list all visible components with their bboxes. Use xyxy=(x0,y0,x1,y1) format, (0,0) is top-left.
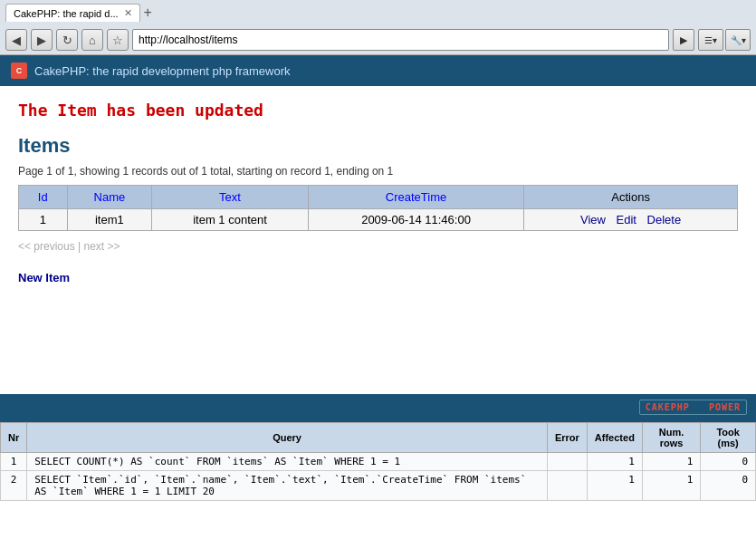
table-row: 1 item1 item 1 content 2009-06-14 11:46:… xyxy=(19,209,738,231)
debug-cell-numrows-1: 1 xyxy=(642,453,700,471)
back-button[interactable]: ◀ xyxy=(5,29,27,51)
browser-chrome: CakePHP: the rapid d... ✕ + ◀ ▶ ↻ ⌂ ☆ ▶ … xyxy=(0,0,756,55)
pagination-nav: << previous | next >> xyxy=(18,240,738,253)
col-name-link[interactable]: Name xyxy=(94,190,126,204)
pagination-info: Page 1 of 1, showing 1 records out of 1 … xyxy=(18,165,738,178)
col-text-link[interactable]: Text xyxy=(219,190,241,204)
menu-buttons: ☰▾ 🔧▾ xyxy=(698,29,751,51)
page-content: The Item has been updated Items Page 1 o… xyxy=(0,86,756,394)
go-button[interactable]: ▶ xyxy=(673,29,694,51)
address-bar[interactable] xyxy=(132,29,669,51)
cell-createtime: 2009-06-14 11:46:00 xyxy=(308,209,523,231)
edit-link[interactable]: Edit xyxy=(617,213,636,226)
bookmark-menu-button[interactable]: ☰▾ xyxy=(698,29,723,51)
debug-col-numrows: Num. rows xyxy=(642,423,700,453)
items-table: Id Name Text CreateTime Actions 1 item1 … xyxy=(18,185,738,231)
debug-cell-error-1 xyxy=(547,453,587,471)
col-text: Text xyxy=(152,186,309,209)
table-header-row: Id Name Text CreateTime Actions xyxy=(19,186,738,209)
badge-power: POWER xyxy=(709,402,741,412)
debug-cell-numrows-2: 1 xyxy=(642,471,700,501)
debug-section: Nr Query Error Affected Num. rows Took (… xyxy=(0,420,756,501)
debug-col-affected: Affected xyxy=(587,423,642,453)
tab-title: CakePHP: the rapid d... xyxy=(14,8,119,19)
delete-link[interactable]: Delete xyxy=(647,213,682,226)
debug-col-nr: Nr xyxy=(1,423,27,453)
browser-tab[interactable]: CakePHP: the rapid d... ✕ xyxy=(5,4,140,22)
cell-id: 1 xyxy=(19,209,68,231)
prev-link-text: << previous xyxy=(18,240,75,253)
tools-menu-button[interactable]: 🔧▾ xyxy=(725,29,751,51)
debug-col-error: Error xyxy=(547,423,587,453)
debug-row-1: 1 SELECT COUNT(*) AS `count` FROM `items… xyxy=(1,453,756,471)
col-id-link[interactable]: Id xyxy=(38,190,48,204)
nav-bar: ◀ ▶ ↻ ⌂ ☆ ▶ ☰▾ 🔧▾ xyxy=(0,25,756,54)
debug-cell-query-2: SELECT `Item`.`id`, `Item`.`name`, `Item… xyxy=(27,471,548,501)
cakephp-badge: CAKEPHP POWER xyxy=(639,400,747,415)
debug-cell-affected-1: 1 xyxy=(587,453,642,471)
badge-text: CAKEPHP xyxy=(646,402,690,412)
section-title: Items xyxy=(18,134,738,158)
star-button[interactable]: ☆ xyxy=(107,29,129,51)
title-bar: CakePHP: the rapid d... ✕ + xyxy=(0,0,756,25)
debug-col-query: Query xyxy=(27,423,548,453)
new-tab-button[interactable]: + xyxy=(140,5,156,21)
cakephp-icon: C xyxy=(11,63,27,79)
col-createtime: CreateTime xyxy=(308,186,523,209)
next-link-text: next >> xyxy=(84,240,120,253)
col-name: Name xyxy=(67,186,152,209)
tab-close-icon[interactable]: ✕ xyxy=(124,7,132,19)
col-actions: Actions xyxy=(524,186,738,209)
app-header-title: CakePHP: the rapid development php frame… xyxy=(34,64,291,78)
view-link[interactable]: View xyxy=(580,213,606,226)
debug-row-2: 2 SELECT `Item`.`id`, `Item`.`name`, `It… xyxy=(1,471,756,501)
debug-cell-took-2: 0 xyxy=(701,471,756,501)
debug-cell-error-2 xyxy=(547,471,587,501)
forward-button[interactable]: ▶ xyxy=(31,29,53,51)
debug-panel-header: CAKEPHP POWER xyxy=(0,394,756,420)
debug-cell-took-1: 0 xyxy=(701,453,756,471)
success-message: The Item has been updated xyxy=(18,101,738,120)
debug-cell-nr-1: 1 xyxy=(1,453,27,471)
debug-table: Nr Query Error Affected Num. rows Took (… xyxy=(0,422,756,501)
home-button[interactable]: ⌂ xyxy=(81,29,103,51)
cell-name: item1 xyxy=(67,209,152,231)
debug-header-row: Nr Query Error Affected Num. rows Took (… xyxy=(1,423,756,453)
reload-button[interactable]: ↻ xyxy=(56,29,78,51)
col-createtime-link[interactable]: CreateTime xyxy=(386,190,446,204)
debug-cell-affected-2: 1 xyxy=(587,471,642,501)
cell-actions: View Edit Delete xyxy=(524,209,738,231)
debug-col-took: Took (ms) xyxy=(701,423,756,453)
debug-cell-nr-2: 2 xyxy=(1,471,27,501)
new-item-link[interactable]: New Item xyxy=(18,271,70,284)
cell-text: item 1 content xyxy=(152,209,309,231)
col-id: Id xyxy=(19,186,68,209)
app-header: C CakePHP: the rapid development php fra… xyxy=(0,55,756,86)
debug-cell-query-1: SELECT COUNT(*) AS `count` FROM `items` … xyxy=(27,453,548,471)
